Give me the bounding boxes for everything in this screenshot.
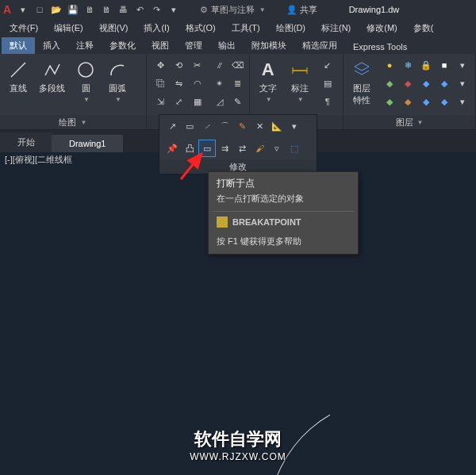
workspace-label: 草图与注释 [211, 4, 255, 16]
arc-icon [106, 59, 129, 81]
fillet-icon[interactable]: ◠ [190, 75, 205, 91]
layer-freeze-icon[interactable]: ❄ [400, 57, 416, 73]
polyline-button[interactable]: 多段线 [36, 57, 67, 96]
tab-express[interactable]: Express Tools [345, 40, 415, 54]
command-icon [217, 216, 228, 228]
edit-icon[interactable]: ✎ [230, 94, 246, 109]
menu-dropdown-icon[interactable]: ▾ [17, 3, 29, 16]
doctab-drawing1[interactable]: Drawing1 [52, 135, 123, 152]
break-icon[interactable]: ▾ [286, 118, 302, 134]
viewport-label[interactable]: [-][俯视][二维线框 [5, 154, 72, 166]
tab-manage[interactable]: 管理 [177, 37, 210, 54]
field-icon[interactable]: ¶ [320, 94, 336, 109]
layer-b-icon[interactable]: ◆ [400, 94, 416, 109]
trim-icon[interactable]: ✂ [190, 57, 205, 73]
layer-iso-icon[interactable]: ◆ [382, 75, 397, 91]
convert-icon[interactable]: ▿ [269, 140, 285, 156]
open-icon[interactable]: 📂 [50, 3, 63, 16]
array-edit-icon[interactable]: ⌒ [217, 118, 232, 134]
scale-edit-icon[interactable]: ✎ [234, 118, 250, 134]
layer-state-icon[interactable]: ▾ [455, 75, 470, 91]
layer-walk-icon[interactable]: ◆ [436, 75, 452, 91]
chevron-down-icon: ▼ [83, 96, 90, 103]
menu-file[interactable]: 文件(F) [3, 21, 44, 36]
redo-icon[interactable]: ↷ [151, 3, 163, 16]
align-icon[interactable]: ≣ [230, 75, 246, 91]
layer-a-icon[interactable]: ◆ [382, 94, 397, 109]
rotate-icon[interactable]: ⟲ [171, 57, 187, 73]
circle-button[interactable]: 圆 ▼ [72, 57, 99, 105]
lengthen-icon[interactable]: ✕ [251, 118, 267, 134]
layer-match-icon[interactable]: ◆ [418, 75, 434, 91]
panel-layers-title[interactable]: 图层▼ [344, 115, 475, 129]
menu-modify[interactable]: 修改(M) [360, 21, 404, 36]
tab-parametric[interactable]: 参数化 [102, 37, 144, 54]
select-sim-icon[interactable]: ⬚ [286, 140, 302, 156]
workspace-switcher[interactable]: ⚙ 草图与注释 ▼ [200, 4, 266, 16]
move-icon[interactable]: ✥ [153, 57, 169, 73]
layer-d-icon[interactable]: ◆ [436, 94, 452, 109]
array-icon[interactable]: ▦ [190, 94, 205, 109]
share-button[interactable]: 👤 共享 [286, 4, 317, 16]
menu-tools[interactable]: 工具(T) [225, 21, 267, 36]
spline-edit-icon[interactable]: ▭ [182, 118, 198, 134]
tab-annotate[interactable]: 注释 [68, 37, 102, 54]
layer-on-icon[interactable]: ● [382, 57, 397, 73]
scale-icon[interactable]: ⤢ [171, 94, 187, 109]
hatch-edit-icon[interactable]: ⟋ [199, 118, 215, 134]
layer-e-icon[interactable]: ▾ [455, 94, 470, 109]
tab-output[interactable]: 输出 [210, 37, 244, 54]
dim-button[interactable]: 标注 ▼ [286, 57, 313, 105]
overkill-icon[interactable]: ⇉ [217, 140, 232, 156]
tab-featured[interactable]: 精选应用 [294, 37, 345, 54]
menu-param[interactable]: 参数( [407, 21, 440, 36]
layer-c-icon[interactable]: ◆ [418, 94, 434, 109]
offset-icon[interactable]: ⫽ [212, 57, 228, 73]
tab-addins[interactable]: 附加模块 [244, 37, 294, 54]
undo-icon[interactable]: ↶ [134, 3, 147, 16]
line-button[interactable]: 直线 [5, 57, 32, 96]
layer-off-icon[interactable]: ◆ [400, 75, 416, 91]
menu-format[interactable]: 格式(O) [179, 21, 222, 36]
menu-insert[interactable]: 插入(I) [137, 21, 175, 36]
layer-color-icon[interactable]: ■ [436, 57, 452, 73]
panel-layers: 图层 特性 ● ❄ 🔒 ■ ▾ ◆ ◆ ◆ ◆ ▾ ◆ ◆ ◆ ◆ ▾ 图层▼ [344, 54, 476, 129]
tooltip-help: 按 F1 键获得更多帮助 [209, 232, 358, 254]
layer-lock-icon[interactable]: 🔒 [418, 57, 434, 73]
menu-edit[interactable]: 编辑(E) [48, 21, 90, 36]
menu-view[interactable]: 视图(V) [93, 21, 135, 36]
menu-draw[interactable]: 绘图(D) [270, 21, 312, 36]
table-icon[interactable]: ▤ [320, 75, 336, 91]
copy-icon[interactable]: ⿻ [153, 75, 169, 91]
measure-icon[interactable]: 📐 [269, 118, 285, 134]
mirror-icon[interactable]: ⇋ [171, 75, 187, 91]
layer-more-icon[interactable]: ▾ [455, 57, 470, 73]
document-title: Drawing1.dw [349, 5, 400, 14]
new-icon[interactable]: □ [33, 3, 46, 16]
line-icon [7, 59, 29, 81]
explode-icon[interactable]: ✴ [212, 75, 228, 91]
tab-view[interactable]: 视图 [144, 37, 177, 54]
qat-overflow-icon[interactable]: ▾ [167, 3, 180, 16]
save-icon[interactable]: 💾 [67, 3, 79, 16]
reverse-icon[interactable]: 🖌 [251, 140, 267, 156]
leader-icon[interactable]: ↙ [320, 57, 336, 73]
watermark-url: WWW.RJZXW.COM [190, 451, 286, 462]
save-cloud-icon[interactable]: 🗎 [100, 3, 113, 16]
tab-default[interactable]: 默认 [2, 37, 35, 54]
doctab-start[interactable]: 开始 [0, 132, 52, 152]
text-button[interactable]: A 文字 ▼ [255, 57, 282, 105]
saveas-icon[interactable]: 🗎 [83, 3, 96, 16]
modify-grid: ✥ ⟲ ✂ ⿻ ⇋ ◠ ⇲ ⤢ ▦ [153, 57, 205, 109]
arc-button[interactable]: 圆弧 ▼ [104, 57, 131, 105]
tab-insert[interactable]: 插入 [35, 37, 68, 54]
menu-dim[interactable]: 标注(N) [315, 21, 357, 36]
layerprop-button[interactable]: 图层 特性 [348, 57, 375, 108]
chamfer-icon[interactable]: ◿ [212, 94, 228, 109]
erase-icon[interactable]: ⌫ [230, 57, 246, 73]
join-icon[interactable]: ⇄ [234, 140, 250, 156]
stretch-icon[interactable]: ⇲ [153, 94, 169, 109]
edit-pline-icon[interactable]: ↗ [164, 118, 180, 134]
plot-icon[interactable]: 🖶 [117, 3, 130, 16]
panel-draw-title[interactable]: 绘图▼ [0, 115, 146, 129]
